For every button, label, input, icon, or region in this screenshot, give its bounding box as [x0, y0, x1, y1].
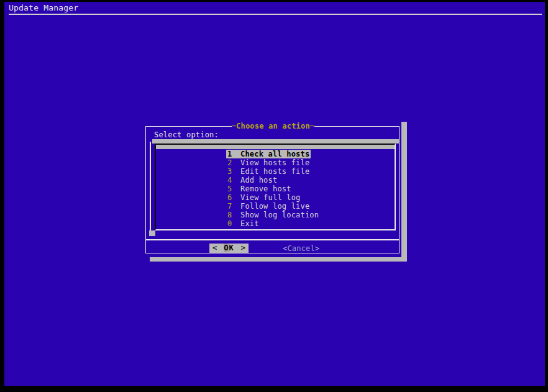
dialog-title-text: Choose an action	[236, 122, 310, 130]
title-dash-left: ─	[232, 122, 236, 130]
menu-item-label: Exit	[240, 219, 259, 228]
menu-item-number: 8	[227, 211, 232, 219]
menu-item-label: Show log location	[240, 211, 319, 219]
menu-item-label: View full log	[240, 193, 301, 202]
title-dash-right: ─	[310, 122, 314, 130]
backtitle: Update Manager	[9, 2, 78, 14]
menu-item[interactable]: 2View hosts file	[156, 158, 395, 167]
listbox-inner-highlight-bar	[156, 145, 395, 149]
menu-item-highlight: 3Edit hosts file	[226, 167, 311, 176]
dialog-shadow-right	[401, 122, 407, 262]
menu-item-highlight: 6View full log	[226, 193, 302, 202]
menu-item[interactable]: 7Follow log live	[156, 202, 395, 211]
dialog-title: ─Choose an action─	[145, 122, 401, 130]
menu-item[interactable]: 1Check all hosts	[156, 150, 395, 158]
menu-listbox[interactable]: 1Check all hosts 2View hosts file 3Edit …	[155, 144, 396, 230]
listbox-left-highlight-line	[150, 142, 151, 234]
menu-item[interactable]: 0Exit	[156, 219, 395, 228]
menu-item[interactable]: 4Add host	[156, 176, 395, 185]
menu-rows: 1Check all hosts 2View hosts file 3Edit …	[156, 150, 395, 228]
prompt-label: Select option:	[154, 130, 219, 139]
menu-item-label: Remove host	[240, 185, 291, 193]
menu-item[interactable]: 3Edit hosts file	[156, 167, 395, 176]
ok-button[interactable]: < OK >	[209, 244, 249, 253]
menu-item-highlight: 7Follow log live	[226, 202, 311, 211]
menu-item[interactable]: 8Show log location	[156, 211, 395, 219]
menu-item-number: 7	[227, 202, 232, 211]
menu-item-number: 1	[227, 150, 232, 158]
menu-item-label: View hosts file	[240, 158, 309, 167]
ok-bracket-left: <	[212, 244, 217, 253]
menu-item-highlight: 8Show log location	[226, 211, 320, 219]
menu-item-number: 3	[227, 167, 232, 176]
menu-item-highlight: 5Remove host	[226, 185, 293, 193]
ok-bracket-right: >	[241, 244, 245, 253]
menu-item-highlight: 0Exit	[226, 219, 260, 228]
menu-item-number: 4	[227, 176, 232, 185]
button-separator-line	[145, 239, 400, 240]
menu-item[interactable]: 6View full log	[156, 193, 395, 202]
menu-item-label: Edit hosts file	[240, 167, 309, 176]
listbox-top-highlight-bar	[152, 139, 399, 144]
menu-item-label: Add host	[240, 176, 277, 185]
menu-item-label: Follow log live	[240, 202, 309, 211]
menu-item-label: Check all hosts	[240, 150, 309, 158]
choose-action-dialog: ─Choose an action─ Select option: 1Check…	[145, 122, 401, 257]
menu-item-highlight: 2View hosts file	[226, 158, 311, 167]
listbox-corner-gray-block	[149, 230, 155, 236]
menu-item[interactable]: 5Remove host	[156, 185, 395, 193]
menu-item-number: 2	[227, 158, 232, 167]
cancel-button[interactable]: <Cancel>	[283, 244, 319, 253]
backtitle-separator-line	[9, 14, 542, 15]
menu-item-number: 6	[227, 193, 232, 202]
menu-item-number: 5	[227, 185, 232, 193]
terminal-cursor: O	[224, 244, 229, 252]
menu-item-highlight: 4Add host	[226, 176, 278, 185]
terminal-screen: Update Manager ─Choose an action─ Select…	[4, 2, 545, 386]
dialog-shadow-bottom	[150, 257, 407, 262]
menu-item-number: 0	[227, 219, 232, 228]
ok-button-label: OK	[224, 244, 234, 253]
menu-item-highlight: 1Check all hosts	[226, 150, 311, 158]
